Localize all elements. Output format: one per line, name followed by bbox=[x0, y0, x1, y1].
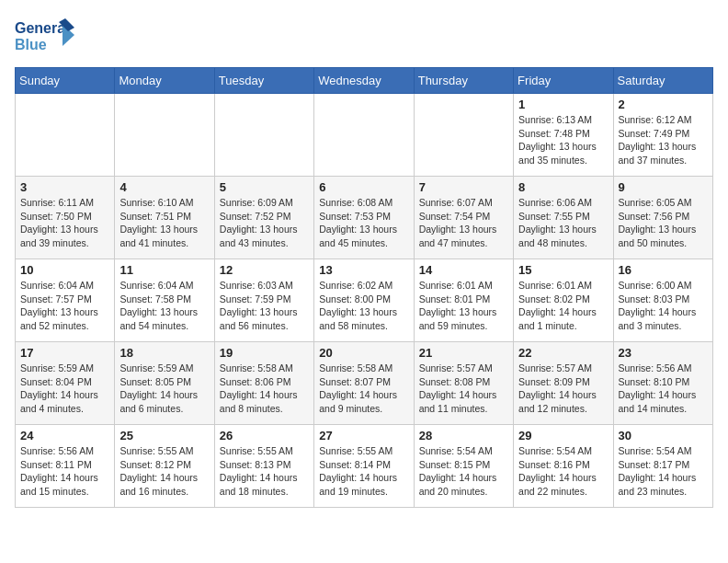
svg-text:Blue: Blue bbox=[15, 37, 47, 52]
day-number: 17 bbox=[20, 346, 109, 360]
calendar-cell: 26Sunrise: 5:55 AM Sunset: 8:13 PM Dayli… bbox=[214, 425, 313, 508]
calendar-cell bbox=[314, 94, 414, 177]
calendar-cell: 3Sunrise: 6:11 AM Sunset: 7:50 PM Daylig… bbox=[16, 177, 115, 259]
day-info: Sunrise: 6:13 AM Sunset: 7:48 PM Dayligh… bbox=[518, 113, 608, 167]
day-number: 9 bbox=[619, 180, 708, 194]
day-info: Sunrise: 5:54 AM Sunset: 8:15 PM Dayligh… bbox=[419, 444, 508, 499]
day-number: 13 bbox=[319, 263, 408, 277]
calendar-cell: 14Sunrise: 6:01 AM Sunset: 8:01 PM Dayli… bbox=[414, 259, 513, 342]
calendar-cell: 7Sunrise: 6:07 AM Sunset: 7:54 PM Daylig… bbox=[414, 177, 513, 259]
day-number: 6 bbox=[319, 180, 408, 194]
calendar-cell bbox=[214, 94, 313, 177]
day-info: Sunrise: 5:54 AM Sunset: 8:17 PM Dayligh… bbox=[619, 444, 708, 499]
day-info: Sunrise: 5:59 AM Sunset: 8:04 PM Dayligh… bbox=[20, 362, 109, 416]
day-info: Sunrise: 6:04 AM Sunset: 7:58 PM Dayligh… bbox=[119, 279, 209, 333]
day-info: Sunrise: 5:56 AM Sunset: 8:11 PM Dayligh… bbox=[20, 444, 109, 499]
day-info: Sunrise: 5:59 AM Sunset: 8:05 PM Dayligh… bbox=[119, 362, 209, 416]
day-number: 7 bbox=[419, 180, 508, 194]
day-number: 14 bbox=[419, 263, 508, 277]
weekday-header-wednesday: Wednesday bbox=[314, 68, 414, 94]
day-number: 10 bbox=[20, 263, 109, 277]
logo: GeneralBlue bbox=[15, 15, 79, 56]
week-row-4: 17Sunrise: 5:59 AM Sunset: 8:04 PM Dayli… bbox=[16, 342, 713, 425]
day-info: Sunrise: 6:11 AM Sunset: 7:50 PM Dayligh… bbox=[20, 196, 109, 250]
day-info: Sunrise: 5:58 AM Sunset: 8:07 PM Dayligh… bbox=[319, 362, 408, 416]
weekday-header-tuesday: Tuesday bbox=[214, 68, 313, 94]
calendar-cell: 2Sunrise: 6:12 AM Sunset: 7:49 PM Daylig… bbox=[613, 94, 712, 177]
day-number: 18 bbox=[119, 346, 209, 360]
calendar-table: SundayMondayTuesdayWednesdayThursdayFrid… bbox=[15, 67, 713, 508]
week-row-3: 10Sunrise: 6:04 AM Sunset: 7:57 PM Dayli… bbox=[16, 259, 713, 342]
day-info: Sunrise: 6:08 AM Sunset: 7:53 PM Dayligh… bbox=[319, 196, 408, 250]
day-number: 8 bbox=[518, 180, 608, 194]
day-number: 22 bbox=[518, 346, 608, 360]
weekday-header-row: SundayMondayTuesdayWednesdayThursdayFrid… bbox=[16, 68, 713, 94]
weekday-header-friday: Friday bbox=[514, 68, 613, 94]
day-info: Sunrise: 5:54 AM Sunset: 8:16 PM Dayligh… bbox=[518, 444, 608, 499]
day-number: 19 bbox=[220, 346, 309, 360]
day-info: Sunrise: 5:55 AM Sunset: 8:14 PM Dayligh… bbox=[319, 444, 408, 499]
day-info: Sunrise: 5:55 AM Sunset: 8:12 PM Dayligh… bbox=[119, 444, 209, 499]
day-info: Sunrise: 6:06 AM Sunset: 7:55 PM Dayligh… bbox=[518, 196, 608, 250]
calendar-cell: 6Sunrise: 6:08 AM Sunset: 7:53 PM Daylig… bbox=[314, 177, 414, 259]
day-number: 26 bbox=[220, 429, 309, 442]
week-row-2: 3Sunrise: 6:11 AM Sunset: 7:50 PM Daylig… bbox=[16, 177, 713, 259]
day-info: Sunrise: 5:55 AM Sunset: 8:13 PM Dayligh… bbox=[220, 444, 309, 499]
calendar-cell: 16Sunrise: 6:00 AM Sunset: 8:03 PM Dayli… bbox=[613, 259, 712, 342]
day-number: 30 bbox=[619, 429, 708, 442]
weekday-header-monday: Monday bbox=[115, 68, 214, 94]
day-number: 1 bbox=[518, 98, 608, 111]
calendar-cell: 24Sunrise: 5:56 AM Sunset: 8:11 PM Dayli… bbox=[16, 425, 115, 508]
calendar-cell: 5Sunrise: 6:09 AM Sunset: 7:52 PM Daylig… bbox=[214, 177, 313, 259]
calendar-cell: 9Sunrise: 6:05 AM Sunset: 7:56 PM Daylig… bbox=[613, 177, 712, 259]
calendar-cell: 27Sunrise: 5:55 AM Sunset: 8:14 PM Dayli… bbox=[314, 425, 414, 508]
day-number: 3 bbox=[20, 180, 109, 194]
day-number: 4 bbox=[119, 180, 209, 194]
day-info: Sunrise: 5:56 AM Sunset: 8:10 PM Dayligh… bbox=[619, 362, 708, 416]
calendar-cell: 8Sunrise: 6:06 AM Sunset: 7:55 PM Daylig… bbox=[514, 177, 613, 259]
calendar-cell: 25Sunrise: 5:55 AM Sunset: 8:12 PM Dayli… bbox=[115, 425, 214, 508]
page-header: GeneralBlue bbox=[15, 15, 713, 56]
calendar-cell: 21Sunrise: 5:57 AM Sunset: 8:08 PM Dayli… bbox=[414, 342, 513, 425]
day-info: Sunrise: 6:01 AM Sunset: 8:02 PM Dayligh… bbox=[518, 279, 608, 333]
day-number: 25 bbox=[119, 429, 209, 442]
week-row-5: 24Sunrise: 5:56 AM Sunset: 8:11 PM Dayli… bbox=[16, 425, 713, 508]
week-row-1: 1Sunrise: 6:13 AM Sunset: 7:48 PM Daylig… bbox=[16, 94, 713, 177]
day-info: Sunrise: 6:09 AM Sunset: 7:52 PM Dayligh… bbox=[220, 196, 309, 250]
calendar-cell: 22Sunrise: 5:57 AM Sunset: 8:09 PM Dayli… bbox=[514, 342, 613, 425]
calendar-cell bbox=[16, 94, 115, 177]
calendar-cell: 29Sunrise: 5:54 AM Sunset: 8:16 PM Dayli… bbox=[514, 425, 613, 508]
day-number: 27 bbox=[319, 429, 408, 442]
weekday-header-saturday: Saturday bbox=[613, 68, 712, 94]
calendar-cell: 15Sunrise: 6:01 AM Sunset: 8:02 PM Dayli… bbox=[514, 259, 613, 342]
day-info: Sunrise: 5:57 AM Sunset: 8:09 PM Dayligh… bbox=[518, 362, 608, 416]
day-number: 2 bbox=[619, 98, 708, 111]
day-info: Sunrise: 6:05 AM Sunset: 7:56 PM Dayligh… bbox=[619, 196, 708, 250]
day-number: 5 bbox=[220, 180, 309, 194]
day-info: Sunrise: 5:57 AM Sunset: 8:08 PM Dayligh… bbox=[419, 362, 508, 416]
day-info: Sunrise: 6:12 AM Sunset: 7:49 PM Dayligh… bbox=[619, 113, 708, 167]
day-info: Sunrise: 6:07 AM Sunset: 7:54 PM Dayligh… bbox=[419, 196, 508, 250]
weekday-header-thursday: Thursday bbox=[414, 68, 513, 94]
day-info: Sunrise: 6:10 AM Sunset: 7:51 PM Dayligh… bbox=[119, 196, 209, 250]
day-info: Sunrise: 6:04 AM Sunset: 7:57 PM Dayligh… bbox=[20, 279, 109, 333]
calendar-cell: 4Sunrise: 6:10 AM Sunset: 7:51 PM Daylig… bbox=[115, 177, 214, 259]
day-info: Sunrise: 6:00 AM Sunset: 8:03 PM Dayligh… bbox=[619, 279, 708, 333]
day-number: 11 bbox=[119, 263, 209, 277]
day-number: 15 bbox=[518, 263, 608, 277]
calendar-cell: 19Sunrise: 5:58 AM Sunset: 8:06 PM Dayli… bbox=[214, 342, 313, 425]
day-number: 28 bbox=[419, 429, 508, 442]
calendar-cell: 13Sunrise: 6:02 AM Sunset: 8:00 PM Dayli… bbox=[314, 259, 414, 342]
day-number: 20 bbox=[319, 346, 408, 360]
day-number: 21 bbox=[419, 346, 508, 360]
calendar-cell bbox=[414, 94, 513, 177]
calendar-cell: 18Sunrise: 5:59 AM Sunset: 8:05 PM Dayli… bbox=[115, 342, 214, 425]
calendar-cell: 20Sunrise: 5:58 AM Sunset: 8:07 PM Dayli… bbox=[314, 342, 414, 425]
day-info: Sunrise: 6:03 AM Sunset: 7:59 PM Dayligh… bbox=[220, 279, 309, 333]
day-number: 16 bbox=[619, 263, 708, 277]
calendar-cell: 10Sunrise: 6:04 AM Sunset: 7:57 PM Dayli… bbox=[16, 259, 115, 342]
calendar-cell: 11Sunrise: 6:04 AM Sunset: 7:58 PM Dayli… bbox=[115, 259, 214, 342]
day-number: 29 bbox=[518, 429, 608, 442]
calendar-cell: 23Sunrise: 5:56 AM Sunset: 8:10 PM Dayli… bbox=[613, 342, 712, 425]
day-number: 24 bbox=[20, 429, 109, 442]
